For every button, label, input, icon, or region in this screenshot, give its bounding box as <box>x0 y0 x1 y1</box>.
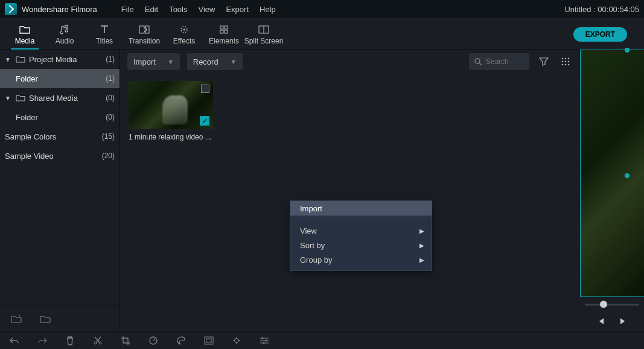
menu-export[interactable]: Export <box>226 5 249 14</box>
next-frame-button[interactable] <box>619 317 628 325</box>
splitscreen-icon <box>258 24 269 36</box>
tab-audio[interactable]: Audio <box>45 20 84 49</box>
cut-button[interactable] <box>92 335 104 347</box>
tab-media[interactable]: Media <box>5 20 45 49</box>
keyframe-button[interactable] <box>231 335 243 347</box>
speed-button[interactable] <box>147 335 159 347</box>
chevron-down-icon: ▼ <box>168 59 174 65</box>
chevron-down-icon: ▼ <box>5 95 12 101</box>
svg-point-12 <box>568 58 570 60</box>
color-button[interactable] <box>175 335 187 347</box>
import-dropdown[interactable]: Import ▼ <box>127 53 180 70</box>
ctx-groupby[interactable]: Group by▶ <box>290 252 432 267</box>
svg-point-19 <box>94 342 97 344</box>
delete-button[interactable] <box>64 335 76 347</box>
menu-view[interactable]: View <box>198 5 215 14</box>
tree-sample-video[interactable]: Sample Video (20) <box>0 146 120 165</box>
search-box[interactable] <box>469 53 529 70</box>
menu-file[interactable]: File <box>121 5 134 14</box>
app-title: Wondershare Filmora <box>22 5 97 14</box>
folder-icon <box>19 24 30 36</box>
menu-bar: File Edit Tools View Export Help <box>121 5 276 14</box>
prev-frame-button[interactable] <box>596 317 605 325</box>
svg-point-25 <box>262 337 264 339</box>
tree-folder-selected[interactable]: Folder (1) <box>0 69 120 88</box>
preview-viewport[interactable] <box>580 50 644 297</box>
menu-edit[interactable]: Edit <box>145 5 158 14</box>
record-dropdown[interactable]: Record ▼ <box>187 53 243 70</box>
media-area: Import ▼ Record ▼ ✓ <box>120 50 580 331</box>
tree-folder[interactable]: Folder (0) <box>0 107 120 127</box>
tab-transition[interactable]: Transition <box>124 20 164 49</box>
elements-icon <box>219 24 229 36</box>
svg-point-27 <box>263 342 265 344</box>
menu-help[interactable]: Help <box>260 5 276 14</box>
svg-rect-24 <box>234 338 239 342</box>
tab-splitscreen[interactable]: Split Screen <box>244 20 284 49</box>
folder-icon[interactable] <box>40 315 51 323</box>
ctx-import[interactable]: Import <box>290 201 432 216</box>
ctx-view[interactable]: View▶ <box>290 223 432 238</box>
redo-button[interactable] <box>36 335 48 347</box>
effects-icon <box>179 24 189 36</box>
project-title: Untitled : 00:00:54:05 <box>564 5 639 14</box>
new-folder-icon[interactable] <box>11 315 22 323</box>
tab-effects[interactable]: Effects <box>164 20 204 49</box>
chevron-right-icon: ▶ <box>419 228 424 234</box>
tab-titles[interactable]: Titles <box>84 20 124 49</box>
app-logo <box>5 3 17 15</box>
svg-point-11 <box>565 58 567 60</box>
chevron-down-icon: ▼ <box>231 59 237 65</box>
undo-button[interactable] <box>8 335 21 347</box>
sidebar: ▼ Project Media (1) Folder (1) ▼ Shared … <box>0 50 120 331</box>
svg-point-14 <box>565 61 567 63</box>
media-toolbar: Import ▼ Record ▼ <box>120 51 580 72</box>
svg-rect-2 <box>220 26 223 29</box>
tree-sample-colors[interactable]: Sample Colors (15) <box>0 127 120 146</box>
timeline-toolbar <box>0 331 644 349</box>
clip-type-icon <box>201 85 209 93</box>
svg-point-10 <box>562 58 564 60</box>
chevron-down-icon: ▼ <box>5 56 12 63</box>
slider-knob[interactable] <box>600 301 607 308</box>
music-icon <box>60 24 69 36</box>
preview-panel <box>580 50 644 331</box>
svg-point-18 <box>568 64 570 66</box>
menu-tools[interactable]: Tools <box>169 5 187 14</box>
adjust-button[interactable] <box>258 335 270 347</box>
ctx-sortby[interactable]: Sort by▶ <box>290 238 432 252</box>
transition-icon <box>139 24 150 36</box>
chevron-right-icon: ▶ <box>419 257 424 263</box>
media-thumbnail[interactable]: ✓ <box>129 81 213 129</box>
text-icon <box>100 24 109 36</box>
svg-point-8 <box>475 59 480 63</box>
checkmark-icon: ✓ <box>200 116 209 126</box>
svg-rect-3 <box>225 26 228 29</box>
svg-point-16 <box>562 64 564 66</box>
tree-shared-media[interactable]: ▼ Shared Media (0) <box>0 88 120 107</box>
media-label: 1 minute relaxing video ... <box>129 133 213 141</box>
tree-project-media[interactable]: ▼ Project Media (1) <box>0 50 120 69</box>
folder-icon <box>16 56 25 63</box>
context-menu: Import View▶ Sort by▶ Group by▶ <box>290 200 432 271</box>
svg-point-13 <box>562 61 564 63</box>
sidebar-bottom <box>0 306 120 331</box>
title-bar: Wondershare Filmora File Edit Tools View… <box>0 0 644 18</box>
svg-rect-4 <box>220 30 223 33</box>
export-button[interactable]: EXPORT <box>573 27 627 42</box>
filter-icon[interactable] <box>537 54 551 69</box>
greenscreen-button[interactable] <box>203 335 215 347</box>
media-item[interactable]: ✓ 1 minute relaxing video ... <box>129 81 213 141</box>
svg-rect-23 <box>206 339 211 342</box>
svg-point-15 <box>568 61 570 63</box>
svg-line-9 <box>479 63 482 65</box>
preview-controls <box>580 312 644 331</box>
tab-elements[interactable]: Elements <box>204 20 244 49</box>
svg-point-26 <box>266 339 267 341</box>
preview-zoom-slider[interactable] <box>580 297 644 312</box>
grid-view-icon[interactable] <box>558 54 573 69</box>
search-icon <box>474 57 482 66</box>
crop-button[interactable] <box>120 335 132 347</box>
svg-rect-22 <box>205 337 213 344</box>
search-input[interactable] <box>486 57 522 66</box>
